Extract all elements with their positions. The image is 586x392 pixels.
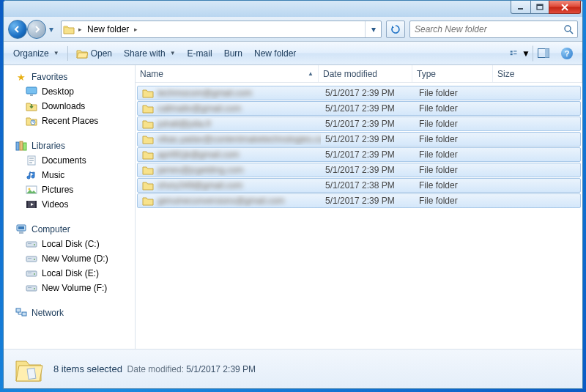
burn-button[interactable]: Burn <box>219 46 248 61</box>
folder-icon <box>142 164 154 176</box>
network-icon <box>15 307 27 319</box>
sidebar-item-new-volume-d-[interactable]: New Volume (D:) <box>4 251 135 266</box>
sidebar-item-local-disk-e-[interactable]: Local Disk (E:) <box>4 266 135 281</box>
drive-icon <box>26 253 37 265</box>
file-date: 5/1/2017 2:39 PM <box>321 119 415 129</box>
close-button[interactable] <box>549 1 581 14</box>
sidebar-item-downloads[interactable]: Downloads <box>4 99 135 114</box>
search-box[interactable] <box>409 21 578 38</box>
titlebar[interactable] <box>4 1 582 17</box>
file-row[interactable]: julratt@julia.fr5/1/2017 2:39 PMFile fol… <box>137 117 581 131</box>
navigation-pane[interactable]: ★ Favorites DesktopDownloadsRecent Place… <box>4 65 136 349</box>
computer-header[interactable]: Computer <box>4 222 135 237</box>
sidebar-item-local-disk-c-[interactable]: Local Disk (C:) <box>4 237 135 251</box>
search-button[interactable] <box>560 24 577 34</box>
open-button[interactable]: Open <box>71 46 117 61</box>
svg-rect-36 <box>28 287 31 288</box>
preview-pane-button[interactable] <box>533 45 555 62</box>
file-list[interactable]: techmocom@gmail.com5/1/2017 2:39 PMFile … <box>136 83 582 349</box>
sidebar-item-label: Downloads <box>42 101 85 111</box>
email-button[interactable]: E-mail <box>182 46 218 61</box>
search-input[interactable] <box>410 24 560 34</box>
file-type: File folder <box>415 134 495 144</box>
breadcrumb-separator[interactable]: ▸ <box>76 26 84 33</box>
minimize-button[interactable] <box>511 1 531 14</box>
maximize-button[interactable] <box>530 1 549 14</box>
sidebar-item-new-volume-f-[interactable]: New Volume (F:) <box>4 281 135 295</box>
network-header[interactable]: Network <box>4 306 135 320</box>
star-icon: ★ <box>15 71 27 83</box>
libraries-icon <box>15 140 27 152</box>
libraries-group: Libraries DocumentsMusicPicturesVideos <box>4 138 135 212</box>
file-type: File folder <box>415 165 495 175</box>
file-date: 5/1/2017 2:39 PM <box>321 103 415 114</box>
column-name-header[interactable]: Name ▲ <box>136 65 319 82</box>
computer-icon <box>15 223 27 235</box>
new-folder-button[interactable]: New folder <box>249 46 301 61</box>
nav-history-dropdown[interactable]: ▾ <box>46 20 56 39</box>
column-type-label: Type <box>417 69 436 79</box>
file-row[interactable]: genuineconversions@gmail.com5/1/2017 2:3… <box>137 193 581 208</box>
address-bar[interactable]: ▸ New folder ▸ ▾ <box>61 21 382 38</box>
file-type: File folder <box>415 149 495 160</box>
file-row[interactable]: techmocom@gmail.com5/1/2017 2:39 PMFile … <box>137 86 581 100</box>
folder-icon <box>142 195 154 207</box>
sidebar-item-music[interactable]: Music <box>4 168 135 182</box>
svg-rect-15 <box>23 143 26 150</box>
svg-rect-4 <box>511 51 513 52</box>
command-bar: Organize▼ Open Share with▼ E-mail Burn N… <box>4 42 582 65</box>
svg-rect-30 <box>28 258 31 259</box>
svg-rect-11 <box>30 95 33 96</box>
svg-rect-33 <box>28 273 31 273</box>
svg-rect-13 <box>16 142 19 150</box>
preview-pane-icon <box>538 48 549 58</box>
svg-rect-28 <box>26 256 37 262</box>
folder-icon <box>142 103 154 114</box>
libraries-header[interactable]: Libraries <box>4 138 135 153</box>
sidebar-item-label: Videos <box>42 199 68 210</box>
favorites-header[interactable]: ★ Favorites <box>4 70 135 84</box>
file-row[interactable]: callmattv@gmail.com5/1/2017 2:39 PMFile … <box>137 101 581 116</box>
share-with-button[interactable]: Share with▼ <box>119 46 181 61</box>
back-button[interactable] <box>8 20 27 39</box>
svg-rect-23 <box>18 226 24 229</box>
favorites-group: ★ Favorites DesktopDownloadsRecent Place… <box>4 70 135 128</box>
svg-rect-0 <box>518 8 523 10</box>
svg-rect-14 <box>20 141 23 150</box>
sidebar-item-desktop[interactable]: Desktop <box>4 84 135 99</box>
file-row[interactable]: shory349@gmail.com5/1/2017 2:38 PMFile f… <box>137 178 581 193</box>
help-icon: ? <box>561 48 573 59</box>
arrow-right-icon <box>32 25 41 34</box>
sidebar-item-videos[interactable]: Videos <box>4 197 135 212</box>
sidebar-item-label: Pictures <box>42 185 73 195</box>
column-type-header[interactable]: Type <box>412 65 493 82</box>
sidebar-item-recent-places[interactable]: Recent Places <box>4 114 135 128</box>
sidebar-item-label: New Volume (F:) <box>42 283 107 293</box>
column-date-header[interactable]: Date modified <box>319 65 412 82</box>
breadcrumb-separator[interactable]: ▸ <box>132 26 140 33</box>
refresh-button[interactable] <box>386 21 405 38</box>
column-size-header[interactable]: Size <box>493 65 582 82</box>
breadcrumb-location[interactable]: New folder <box>84 21 132 37</box>
sidebar-item-pictures[interactable]: Pictures <box>4 182 135 197</box>
computer-group: Computer Local Disk (C:)New Volume (D:)L… <box>4 222 135 295</box>
explorer-window: ▾ ▸ New folder ▸ ▾ Organize▼ <box>3 0 583 389</box>
nav-buttons: ▾ <box>8 20 56 39</box>
file-row[interactable]: april91jk@gmail.com5/1/2017 2:39 PMFile … <box>137 147 581 162</box>
column-size-label: Size <box>497 69 514 79</box>
svg-point-3 <box>565 26 571 32</box>
network-label: Network <box>31 308 64 318</box>
sidebar-item-label: Local Disk (E:) <box>42 268 99 278</box>
separator <box>67 46 68 61</box>
file-name: vikas.yadav@contentmaketechnologies.com <box>157 134 321 144</box>
svg-rect-10 <box>26 87 37 94</box>
file-row[interactable]: vikas.yadav@contentmaketechnologies.com5… <box>137 132 581 147</box>
address-dropdown-button[interactable]: ▾ <box>365 21 381 37</box>
help-button[interactable]: ? <box>556 45 578 62</box>
view-options-button[interactable]: ▼ <box>509 45 531 62</box>
forward-button[interactable] <box>27 20 46 39</box>
sidebar-item-documents[interactable]: Documents <box>4 153 135 168</box>
file-row[interactable]: james@jcgelding.com5/1/2017 2:39 PMFile … <box>137 163 581 177</box>
organize-button[interactable]: Organize▼ <box>8 46 64 61</box>
folder-icon <box>142 87 154 99</box>
